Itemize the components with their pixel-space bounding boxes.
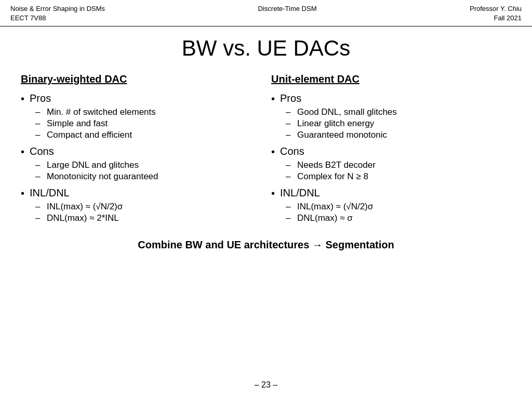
left-cons-sub-2: Monotonicity not guaranteed [47,171,158,182]
dash-1: – [35,107,43,117]
right-pros-label: Pros [280,92,301,104]
left-column: Binary-weighted DAC • Pros – Min. # of s… [16,73,266,229]
semester: Fall 2021 [470,14,522,23]
list-item: – Good DNL, small glitches [286,107,511,117]
professor-name: Professor Y. Chiu [470,4,522,14]
left-pros-sub-2: Simple and fast [47,118,108,129]
right-pros-sublist: – Good DNL, small glitches – Linear glit… [286,107,511,140]
left-inldnl-sublist: – INL(max) ≈ (√N/2)σ – DNL(max) ≈ 2*INL [35,202,261,223]
dash-2: – [35,118,43,129]
right-cons-sub-2: Complex for N ≥ 8 [297,171,368,182]
right-inldnl-sub-2: DNL(max) ≈ σ [297,213,353,223]
bullet-dot-4: • [271,93,275,105]
right-cons-bullet: • Cons [271,145,511,158]
dash-9: – [286,118,293,129]
dash-11: – [286,160,293,170]
list-item: – DNL(max) ≈ 2*INL [35,213,261,223]
list-item: – Min. # of switched elements [35,107,261,117]
left-cons-label: Cons [30,145,54,157]
dash-5: – [35,171,43,182]
slide-header: Noise & Error Shaping in DSMs EECT 7V88 … [0,0,532,26]
lecture-topic: Discrete-Time DSM [258,4,317,14]
right-cons-sublist: – Needs B2T decoder – Complex for N ≥ 8 [286,160,511,182]
slide-title: BW vs. UE DACs [0,26,532,73]
list-item: – Large DNL and glitches [35,160,261,170]
list-item: – Linear glitch energy [286,118,511,129]
bullet-dot-1: • [21,93,24,105]
list-item: – INL(max) ≈ (√N/2)σ [35,202,261,212]
bottom-note: Combine BW and UE architectures → Segmen… [0,239,532,251]
left-pros-section: • Pros – Min. # of switched elements – S… [21,92,261,140]
left-inldnl-sub-2: DNL(max) ≈ 2*INL [47,213,119,223]
right-pros-sub-1: Good DNL, small glitches [297,107,397,117]
page-number: – 23 – [0,380,532,390]
dash-14: – [286,213,293,223]
left-cons-bullet: • Cons [21,145,261,158]
right-inldnl-section: • INL/DNL – INL(max) ≈ (√N/2)σ – DNL(max… [271,187,511,223]
left-pros-sub-1: Min. # of switched elements [47,107,156,117]
header-center: Discrete-Time DSM [258,4,317,23]
content-area: Binary-weighted DAC • Pros – Min. # of s… [0,73,532,229]
left-inldnl-label: INL/DNL [30,187,70,199]
left-pros-bullet: • Pros [21,92,261,105]
right-cons-section: • Cons – Needs B2T decoder – Complex for… [271,145,511,182]
left-inldnl-bullet: • INL/DNL [21,187,261,200]
left-col-title: Binary-weighted DAC [21,73,261,85]
right-pros-sub-3: Guaranteed monotonic [297,130,387,140]
list-item: – INL(max) ≈ (√N/2)σ [286,202,511,212]
right-cons-sub-1: Needs B2T decoder [297,160,376,170]
right-inldnl-sub-1: INL(max) ≈ (√N/2)σ [297,202,373,212]
right-pros-bullet: • Pros [271,92,511,105]
right-inldnl-label: INL/DNL [280,187,320,199]
left-pros-sub-3: Compact and efficient [47,130,132,140]
dash-3: – [35,130,43,140]
left-cons-section: • Cons – Large DNL and glitches – Monoto… [21,145,261,182]
list-item: – Needs B2T decoder [286,160,511,170]
right-col-title: Unit-element DAC [271,73,511,85]
list-item: – Compact and efficient [35,130,261,140]
list-item: – Guaranteed monotonic [286,130,511,140]
right-inldnl-bullet: • INL/DNL [271,187,511,200]
bullet-dot-5: • [271,146,275,158]
list-item: – Monotonicity not guaranteed [35,171,261,182]
dash-7: – [35,213,43,223]
list-item: – DNL(max) ≈ σ [286,213,511,223]
bullet-dot-6: • [271,188,275,200]
list-item: – Simple and fast [35,118,261,129]
dash-4: – [35,160,43,170]
right-pros-sub-2: Linear glitch energy [297,118,374,129]
course-title: Noise & Error Shaping in DSMs [10,4,105,14]
dash-6: – [35,202,43,212]
dash-12: – [286,171,293,182]
left-pros-label: Pros [30,92,51,104]
right-inldnl-sublist: – INL(max) ≈ (√N/2)σ – DNL(max) ≈ σ [286,202,511,223]
bullet-dot-3: • [21,188,24,200]
dash-10: – [286,130,293,140]
right-pros-section: • Pros – Good DNL, small glitches – Line… [271,92,511,140]
left-inldnl-section: • INL/DNL – INL(max) ≈ (√N/2)σ – DNL(max… [21,187,261,223]
left-pros-sublist: – Min. # of switched elements – Simple a… [35,107,261,140]
course-code: EECT 7V88 [10,14,105,23]
left-cons-sub-1: Large DNL and glitches [47,160,139,170]
right-column: Unit-element DAC • Pros – Good DNL, smal… [266,73,516,229]
left-cons-sublist: – Large DNL and glitches – Monotonicity … [35,160,261,182]
dash-8: – [286,107,293,117]
header-right: Professor Y. Chiu Fall 2021 [470,4,522,23]
list-item: – Complex for N ≥ 8 [286,171,511,182]
left-inldnl-sub-1: INL(max) ≈ (√N/2)σ [47,202,123,212]
bullet-dot-2: • [21,146,24,158]
header-left: Noise & Error Shaping in DSMs EECT 7V88 [10,4,105,23]
dash-13: – [286,202,293,212]
right-cons-label: Cons [280,145,304,157]
